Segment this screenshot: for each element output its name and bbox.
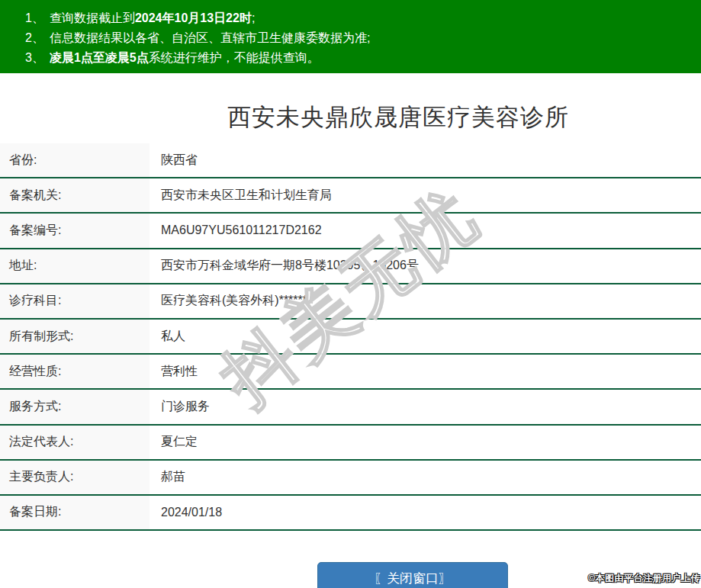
notice-line-2: 2、信息数据结果以各省、自治区、直辖市卫生健康委数据为准;: [25, 28, 693, 48]
notice-line-number: 3、: [25, 51, 44, 64]
table-row-ownership-form: 所有制形式:私人: [0, 320, 701, 355]
table-row-province: 省份:陕西省: [0, 143, 701, 178]
table-row-treatment-subjects: 诊疗科目:医疗美容科(美容外科)******: [0, 284, 701, 320]
close-window-button[interactable]: 〖关闭窗口〗: [317, 562, 508, 588]
row-value: 私人: [150, 320, 701, 353]
row-label: 法定代表人:: [0, 426, 150, 459]
row-label: 服务方式:: [0, 390, 150, 423]
notice-line-text: 查询数据截止到: [50, 11, 135, 24]
row-value: 2024/01/18: [150, 496, 701, 529]
notice-banner: 1、查询数据截止到2024年10月13日22时; 2、信息数据结果以各省、自治区…: [0, 0, 701, 73]
row-label: 省份:: [0, 143, 150, 177]
row-label: 主要负责人:: [0, 461, 150, 494]
table-row-filing-authority: 备案机关:西安市未央区卫生和计划生育局: [0, 178, 701, 214]
row-value: 郝苗: [150, 461, 701, 494]
notice-line-number: 2、: [25, 31, 44, 44]
table-row-legal-representative: 法定代表人:夏仁定: [0, 426, 701, 461]
row-label: 经营性质:: [0, 355, 150, 388]
table-row-filing-number: 备案编号:MA6U97YU561011217D2162: [0, 214, 701, 249]
row-label: 备案日期:: [0, 496, 150, 529]
notice-line-suffix: 系统进行维护，不能提供查询。: [149, 51, 320, 64]
table-row-main-person-in-charge: 主要负责人:郝苗: [0, 461, 701, 496]
row-value: 营利性: [150, 355, 701, 388]
info-table: 省份:陕西省 备案机关:西安市未央区卫生和计划生育局 备案编号:MA6U97YU…: [0, 143, 701, 531]
uploader-copyright-note: ©本图由平台注册用户上传: [588, 572, 700, 585]
row-value: MA6U97YU561011217D2162: [150, 214, 701, 247]
notice-line-3: 3、凌晨1点至凌晨5点系统进行维护，不能提供查询。: [25, 48, 693, 68]
table-row-service-mode: 服务方式:门诊服务: [0, 390, 701, 425]
notice-line-highlight: 凌晨1点至凌晨5点: [50, 51, 149, 64]
table-row-filing-date: 备案日期:2024/01/18: [0, 496, 701, 531]
notice-line-suffix: ;: [252, 11, 255, 24]
notice-line-highlight: 2024年10月13日22时: [135, 11, 252, 24]
row-value: 西安市万科金域华府一期8号楼10205、10206号: [150, 249, 701, 283]
table-row-operating-nature: 经营性质:营利性: [0, 355, 701, 390]
notice-line-number: 1、: [25, 11, 44, 24]
row-label: 诊疗科目:: [0, 284, 150, 318]
row-label: 地址:: [0, 249, 150, 283]
page-title: 西安未央鼎欣晟唐医疗美容诊所: [0, 101, 701, 133]
notice-line-text: 信息数据结果以各省、自治区、直辖市卫生健康委数据为准;: [50, 31, 370, 44]
row-value: 西安市未央区卫生和计划生育局: [150, 178, 701, 212]
row-value: 医疗美容科(美容外科)******: [150, 284, 701, 318]
row-value: 陕西省: [150, 143, 701, 177]
notice-line-1: 1、查询数据截止到2024年10月13日22时;: [25, 8, 693, 28]
row-label: 备案编号:: [0, 214, 150, 247]
row-label: 所有制形式:: [0, 320, 150, 353]
row-label: 备案机关:: [0, 178, 150, 212]
row-value: 夏仁定: [150, 426, 701, 459]
row-value: 门诊服务: [150, 390, 701, 423]
table-row-address: 地址:西安市万科金域华府一期8号楼10205、10206号: [0, 249, 701, 284]
